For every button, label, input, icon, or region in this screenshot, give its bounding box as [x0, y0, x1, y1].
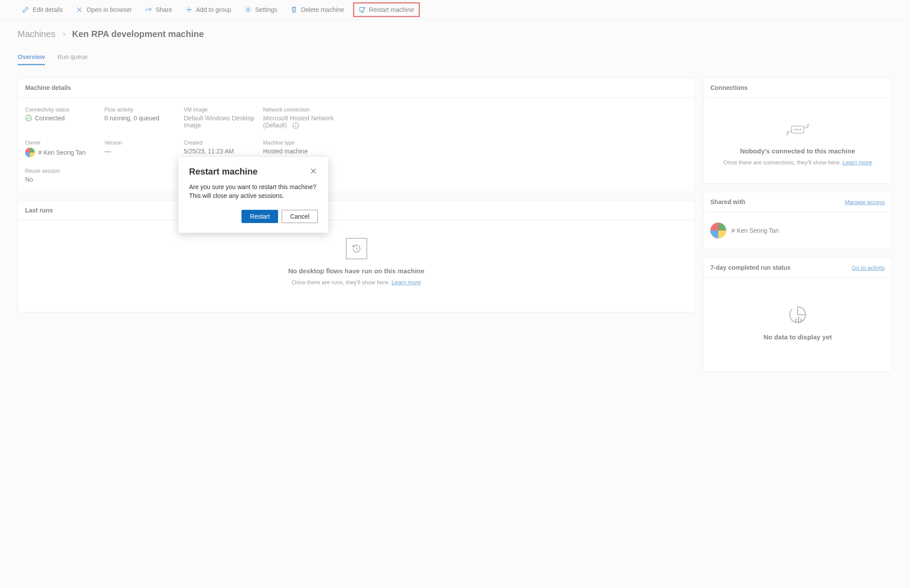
connected-check-icon	[25, 115, 32, 122]
restart-machine-button[interactable]: Restart machine	[353, 2, 420, 17]
svg-point-8	[800, 129, 801, 130]
version-label: Version	[104, 140, 184, 146]
info-icon[interactable]	[292, 122, 299, 129]
connectivity-value: Connected	[35, 115, 65, 122]
restart-dialog: Restart machine Are you sure you want to…	[178, 157, 328, 233]
connections-card: Connections Nobody's connected to this m…	[703, 78, 892, 184]
svg-point-0	[247, 8, 249, 11]
close-icon[interactable]	[309, 167, 318, 175]
dialog-cancel-button[interactable]: Cancel	[282, 210, 318, 223]
svg-point-2	[363, 7, 365, 9]
shared-with-title: Shared with	[710, 198, 745, 205]
dialog-restart-button[interactable]: Restart	[241, 210, 278, 223]
run-status-title: 7-day completed run status	[710, 264, 791, 271]
machine-details-title: Machine details	[18, 78, 695, 98]
machine-type-value: Hosted machine	[263, 148, 351, 155]
created-value: 5/25/23, 11:23 AM	[184, 148, 263, 155]
breadcrumb-root[interactable]: Machines	[18, 29, 56, 39]
add-to-group-label: Add to group	[196, 6, 231, 13]
machine-details-card: Machine details Connectivity status Conn…	[18, 78, 695, 192]
svg-point-7	[797, 129, 798, 130]
last-runs-card: Last runs No desktop flows have run on t…	[18, 200, 695, 313]
last-runs-empty-title: No desktop flows have run on this machin…	[288, 267, 424, 275]
machine-type-label: Machine type	[263, 140, 351, 146]
breadcrumb: Machines Ken RPA development machine	[18, 29, 892, 39]
svg-rect-1	[360, 7, 364, 11]
go-to-activity-link[interactable]: Go to activity	[852, 264, 885, 271]
flow-activity-label: Flow activity	[104, 107, 184, 113]
restart-machine-label: Restart machine	[369, 6, 414, 13]
tab-overview[interactable]: Overview	[18, 50, 45, 65]
open-browser-icon	[76, 6, 83, 13]
edit-details-button[interactable]: Edit details	[18, 4, 67, 16]
shared-user-name: # Ken Seong Tan	[732, 227, 779, 234]
run-status-empty-title: No data to display yet	[763, 333, 832, 341]
connections-empty-sub: Once there are connections, they'll show…	[723, 159, 843, 166]
edit-details-label: Edit details	[33, 6, 63, 13]
reuse-session-value: No	[25, 176, 104, 183]
version-value: —	[104, 148, 184, 155]
pencil-icon	[22, 6, 29, 13]
created-label: Created	[184, 140, 263, 146]
open-browser-label: Open in browser	[86, 6, 132, 13]
svg-point-6	[795, 129, 795, 130]
run-status-card: 7-day completed run status Go to activit…	[703, 257, 892, 372]
command-bar: Edit details Open in browser Share Add t…	[0, 0, 910, 19]
delete-machine-button[interactable]: Delete machine	[286, 4, 348, 16]
delete-machine-label: Delete machine	[301, 6, 344, 13]
settings-label: Settings	[255, 6, 278, 13]
plus-icon	[186, 6, 193, 13]
flow-activity-value: 0 running, 0 queued	[104, 115, 184, 122]
share-label: Share	[156, 6, 172, 13]
last-runs-empty-sub: Once there are runs, they'll show here.	[292, 279, 391, 286]
restart-icon	[359, 6, 366, 13]
owner-label: Owner	[25, 140, 104, 146]
tabs: Overview Run queue	[0, 50, 910, 65]
avatar	[710, 223, 726, 238]
dialog-title: Restart machine	[189, 167, 258, 177]
reuse-session-label: Reuse session	[25, 168, 104, 174]
vm-image-value: Default Windows Desktop Image	[184, 115, 263, 129]
breadcrumb-current: Ken RPA development machine	[72, 29, 204, 39]
shared-with-card: Shared with Manage access # Ken Seong Ta…	[703, 192, 892, 249]
shared-user-row: # Ken Seong Tan	[710, 221, 885, 240]
share-icon	[145, 6, 152, 13]
connections-title: Connections	[703, 78, 892, 98]
page-header: Machines Ken RPA development machine	[0, 19, 910, 39]
history-icon	[346, 238, 367, 259]
tab-run-queue[interactable]: Run queue	[57, 50, 88, 65]
plug-icon	[785, 120, 810, 139]
dialog-body: Are you sure you want to restart this ma…	[189, 183, 318, 200]
trash-icon	[290, 6, 297, 13]
manage-access-link[interactable]: Manage access	[845, 199, 885, 205]
chevron-right-icon	[61, 31, 67, 37]
content: Machine details Connectivity status Conn…	[0, 65, 910, 384]
last-runs-title: Last runs	[18, 201, 695, 220]
add-to-group-button[interactable]: Add to group	[181, 4, 236, 16]
gear-icon	[245, 6, 252, 13]
owner-value: # Ken Seong Tan	[38, 149, 85, 156]
last-runs-learn-more-link[interactable]: Learn more	[392, 279, 421, 286]
vm-image-label: VM image	[184, 107, 263, 113]
open-browser-button[interactable]: Open in browser	[71, 4, 136, 16]
chart-icon	[787, 304, 808, 325]
network-label: Network connection	[263, 107, 351, 113]
connectivity-label: Connectivity status	[25, 107, 104, 113]
settings-button[interactable]: Settings	[240, 4, 282, 16]
avatar	[25, 148, 35, 157]
share-button[interactable]: Share	[141, 4, 176, 16]
svg-point-3	[26, 115, 32, 121]
connections-empty-title: Nobody's connected to this machine	[740, 147, 855, 155]
connections-learn-more-link[interactable]: Learn more	[843, 159, 872, 166]
